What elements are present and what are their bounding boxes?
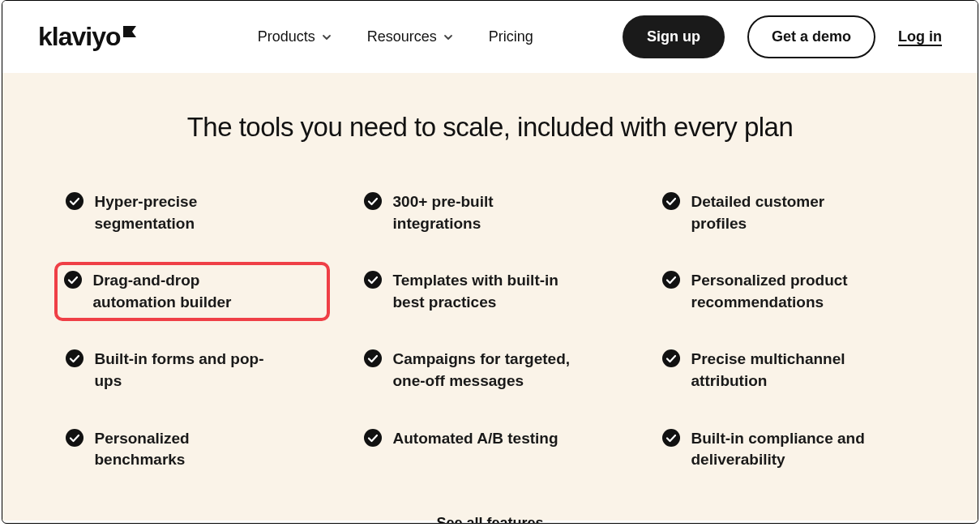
chevron-down-icon [322, 32, 332, 42]
check-circle-icon [66, 349, 83, 367]
check-circle-icon [662, 429, 680, 447]
feature-item: Built-in compliance and deliverability [657, 425, 920, 474]
svg-point-11 [662, 429, 680, 447]
header-actions: Sign up Get a demo Log in [623, 15, 942, 58]
see-all-container: See all features [51, 515, 929, 524]
feature-item: Detailed customer profiles [657, 188, 920, 238]
nav-label: Products [258, 28, 315, 45]
feature-item: Campaigns for targeted, one-off messages [359, 345, 622, 395]
features-section: The tools you need to scale, included wi… [2, 73, 978, 521]
section-heading: The tools you need to scale, included wi… [51, 112, 929, 143]
feature-text: Templates with built-in best practices [393, 270, 580, 313]
feature-item: Personalized product recommendations [657, 267, 920, 316]
feature-item: Automated A/B testing [359, 425, 622, 474]
feature-item: Drag-and-drop automation builder [54, 262, 330, 321]
feature-item: Precise multichannel attribution [657, 345, 920, 395]
svg-point-3 [64, 271, 82, 289]
svg-point-2 [662, 192, 680, 210]
feature-text: Detailed customer profiles [691, 191, 878, 234]
signup-button[interactable]: Sign up [623, 15, 725, 58]
site-header: klaviyo Products Resources Pricing [2, 1, 978, 73]
svg-point-7 [364, 349, 382, 367]
nav-item-resources[interactable]: Resources [367, 28, 453, 45]
get-demo-button[interactable]: Get a demo [747, 15, 875, 58]
feature-item: 300+ pre-built integrations [359, 188, 622, 238]
svg-point-1 [364, 192, 382, 210]
check-circle-icon [662, 349, 680, 367]
check-circle-icon [364, 429, 382, 447]
logo-mark-icon [123, 26, 136, 37]
svg-point-6 [66, 349, 83, 367]
feature-text: Drag-and-drop automation builder [93, 270, 280, 313]
check-circle-icon [66, 429, 83, 447]
check-circle-icon [662, 271, 680, 289]
nav-label: Pricing [489, 28, 533, 45]
main-nav: Products Resources Pricing [258, 28, 533, 45]
nav-item-pricing[interactable]: Pricing [489, 28, 533, 45]
feature-text: Precise multichannel attribution [691, 349, 878, 392]
logo-text: klaviyo [38, 22, 121, 52]
chevron-down-icon [443, 32, 453, 42]
feature-item: Templates with built-in best practices [359, 267, 622, 316]
feature-text: Personalized product recommendations [691, 270, 878, 313]
nav-item-products[interactable]: Products [258, 28, 332, 45]
svg-point-0 [66, 192, 83, 210]
feature-text: Personalized benchmarks [95, 428, 281, 471]
check-circle-icon [64, 271, 82, 289]
check-circle-icon [364, 192, 382, 210]
svg-point-8 [662, 349, 680, 367]
svg-point-5 [662, 271, 680, 289]
check-circle-icon [66, 192, 83, 210]
check-circle-icon [662, 192, 680, 210]
svg-point-10 [364, 429, 382, 447]
see-all-features-link[interactable]: See all features [436, 515, 543, 524]
feature-item: Hyper-precise segmentation [61, 188, 323, 238]
check-circle-icon [364, 349, 382, 367]
svg-point-9 [66, 429, 83, 447]
feature-text: Built-in forms and pop-ups [95, 349, 281, 392]
svg-point-4 [364, 271, 382, 289]
feature-text: Hyper-precise segmentation [95, 191, 281, 234]
logo[interactable]: klaviyo [38, 22, 136, 52]
feature-text: Campaigns for targeted, one-off messages [393, 349, 580, 392]
feature-item: Personalized benchmarks [61, 425, 323, 474]
feature-text: Automated A/B testing [393, 428, 558, 450]
nav-label: Resources [367, 28, 437, 45]
check-circle-icon [364, 271, 382, 289]
features-grid: Hyper-precise segmentation300+ pre-built… [61, 188, 920, 474]
feature-text: Built-in compliance and deliverability [691, 428, 878, 471]
login-link[interactable]: Log in [898, 28, 942, 45]
feature-text: 300+ pre-built integrations [393, 191, 580, 234]
feature-item: Built-in forms and pop-ups [61, 345, 323, 395]
